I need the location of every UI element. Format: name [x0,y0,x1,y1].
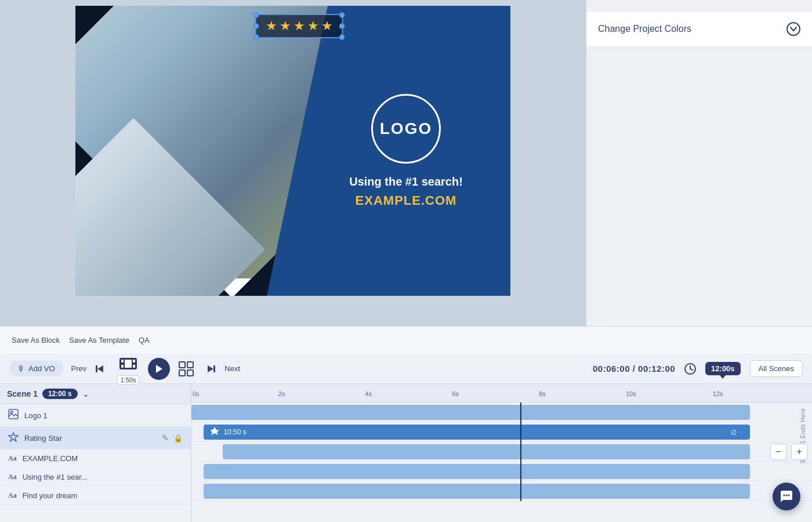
right-panel-top [586,0,812,12]
svg-rect-14 [213,365,215,372]
handle-ml [253,23,259,29]
svg-rect-6 [121,365,124,368]
text-type-icon-3: Aa [8,491,17,500]
ruler-12s: 12s [713,390,723,397]
track-row-1 [191,403,812,422]
svg-rect-3 [121,360,124,362]
timeline-ruler: 0s 2s 4s 6s 8s 10s 12s [191,384,812,403]
play-button[interactable] [148,358,170,380]
history-button[interactable] [680,360,701,378]
logo-text: LOGO [380,119,432,138]
svg-rect-4 [125,360,132,368]
text-type-icon-1: Aa [8,454,17,463]
time-separator: / [633,364,636,374]
star-3: ★ [293,19,305,34]
handle-tr [339,12,345,18]
zoom-out-button[interactable]: − [770,444,786,460]
layer-item-example[interactable]: Aa EXAMPLE.COM [0,449,191,468]
track-label-2: 10:50 s [223,428,246,436]
layer-name-find: Find your dream [23,491,183,500]
edit-icon[interactable]: ✎ [162,433,169,443]
scene-label: Scene 1 [7,389,38,398]
ruler-10s: 10s [626,390,636,397]
lock-icon[interactable]: 🔒 [173,434,183,443]
svg-rect-5 [133,360,135,362]
next-label[interactable]: Next [221,362,244,375]
svg-marker-18 [9,433,18,441]
svg-marker-13 [208,365,213,372]
zoom-in-button[interactable]: + [791,444,807,460]
mic-icon: 🎙 [17,364,25,373]
change-colors-section[interactable]: Change Project Colors [586,12,812,47]
canvas-container: LOGO Using the #1 search! EXAMPLE.COM ★ … [0,0,586,326]
star-layer-icon [8,432,19,444]
svg-rect-10 [187,362,193,368]
current-time: 00:06:00 [593,364,630,374]
layer-item-find[interactable]: Aa Find your dream [0,487,191,505]
handle-bl [253,34,259,40]
ruler-6s: 6s [452,390,459,397]
svg-rect-9 [179,362,185,368]
chat-fab-button[interactable] [773,483,800,510]
change-colors-toggle[interactable] [786,22,800,36]
prev-label[interactable]: Prev [68,362,90,375]
change-colors-title: Change Project Colors [598,24,691,34]
star-rating-overlay[interactable]: ★ ★ ★ ★ ★ [255,14,343,38]
toolbar-row: 🎙 Add VO Prev [0,354,812,384]
layer-item-search[interactable]: Aa Using the #1 sear... [0,468,191,487]
next-button[interactable] [202,361,220,376]
duration-badge: 12:00s [705,362,740,375]
prev-group: Prev [68,361,109,376]
tagline-text: Using the #1 search! [349,175,463,188]
svg-marker-19 [211,427,219,435]
track-block-1[interactable] [191,405,750,420]
track-row-4 [191,462,812,481]
grid-view-button[interactable] [175,358,198,379]
svg-rect-12 [187,370,193,376]
time-display: 00:06:00 / 00:12:00 [593,364,675,374]
star-5: ★ [321,19,333,34]
layer-item-rating[interactable]: Rating Star ✎ 🔒 [0,427,191,449]
image-layer-icon [8,409,19,422]
website-text: EXAMPLE.COM [356,193,457,208]
layers-panel: Scene 1 12:00 s ⌄ Logo 1 [0,384,191,522]
save-block-button[interactable]: Save As Block [12,334,60,347]
track-block-4[interactable] [204,464,750,479]
timeline-tracks: 0s 2s 4s 6s 8s 10s 12s [191,384,812,522]
qa-button[interactable]: QA [139,334,150,347]
track-end-icon-2: ⊘ [730,427,737,437]
tracks-body: 10:50 s ⊘ [191,403,812,501]
prev-button[interactable] [91,361,108,376]
duration-badge-wrapper: 12:00s [705,362,740,375]
text-type-icon-2: Aa [8,473,17,481]
film-button[interactable] [115,353,141,374]
track-block-3[interactable] [223,444,751,459]
handle-tl [253,12,259,18]
timeline-area: 🎙 Add VO Prev [0,354,812,522]
track-icon-2 [211,427,219,437]
scene-chevron-icon[interactable]: ⌄ [82,389,89,398]
track-block-2[interactable]: 10:50 s ⊘ [204,425,750,440]
film-time-badge: 1:50s [117,375,140,385]
layer-name-search: Using the #1 sear... [23,473,183,481]
svg-marker-8 [156,365,162,373]
layer-actions-rating: ✎ 🔒 [162,433,183,443]
track-row-5 [191,481,812,501]
add-vo-button[interactable]: 🎙 Add VO [9,361,63,376]
layer-item-logo[interactable]: Logo 1 [0,404,191,427]
save-template-button[interactable]: Save As Template [69,334,129,347]
main-area: LOGO Using the #1 search! EXAMPLE.COM ★ … [0,0,812,326]
all-scenes-button[interactable]: All Scenes [750,360,803,377]
track-row-3 [191,442,812,462]
ruler-0s: 0s [193,390,200,397]
svg-marker-1 [97,365,103,372]
total-time: 00:12:00 [638,364,675,374]
add-vo-label: Add VO [28,364,55,373]
track-block-5[interactable] [204,484,750,499]
layer-name-example: EXAMPLE.COM [23,454,183,463]
ruler-2s: 2s [278,390,285,397]
layer-name-logo: Logo 1 [24,411,183,420]
film-icon-wrapper: 1:50s [115,353,141,374]
svg-point-21 [786,495,788,496]
svg-rect-16 [9,409,18,419]
